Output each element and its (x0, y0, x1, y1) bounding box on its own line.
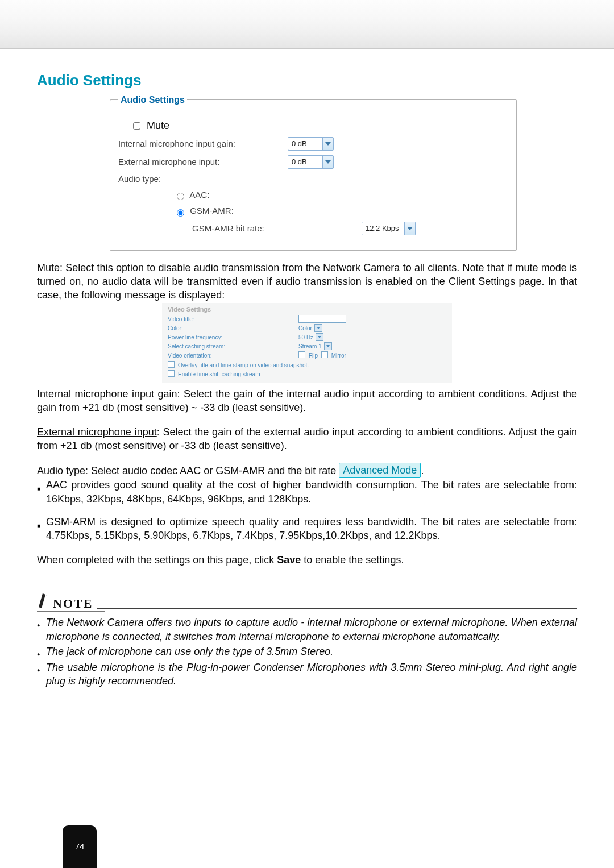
caching-label: Select caching stream: (168, 343, 298, 351)
page-number-tab: 74 (63, 825, 97, 868)
mirror-wrap[interactable]: Mirror (321, 351, 346, 360)
internal-paragraph: Internal microphone input gain: Select t… (37, 387, 577, 415)
internal-mic-select[interactable]: 0 dB (288, 137, 334, 151)
mirror-label: Mirror (331, 352, 346, 359)
audiotype-term: Audio type (37, 465, 85, 476)
external-mic-label: External microphone input: (118, 156, 288, 168)
chevron-down-icon (322, 156, 333, 168)
dot-bullet-icon (37, 645, 46, 659)
note-icon (37, 592, 49, 612)
audiotype-intro: : Select audio codec AAC or GSM-AMR and … (85, 465, 339, 476)
overlay-wrap[interactable]: Overlay title and time stamp on video an… (168, 361, 309, 369)
audio-type-row: Audio type: (118, 173, 508, 185)
freq-value: 50 Hz (298, 334, 314, 342)
header-band (0, 0, 614, 49)
freq-select[interactable]: 50 Hz (298, 333, 323, 341)
advanced-mode-badge: Advanced Mode (339, 463, 421, 478)
aac-bullet: AAC provides good sound quality at the c… (37, 478, 577, 506)
caching-value: Stream 1 (298, 343, 323, 351)
gsmamr-bitrate-value: 12.2 Kbps (362, 223, 404, 234)
mute-label: Mute (147, 120, 169, 131)
overlay-label: Overlay title and time stamp on video an… (178, 362, 309, 368)
gsmamr-row: GSM-AMR: (174, 205, 508, 217)
chevron-down-icon (322, 138, 333, 150)
audio-settings-panel: Audio Settings Mute Internal microphone … (109, 94, 518, 251)
internal-mic-label: Internal microphone input gain: (118, 138, 288, 149)
note-item-text: The Network Camera offers two inputs to … (46, 616, 577, 643)
period: . (421, 465, 424, 476)
video-settings-title: Video Settings (168, 305, 446, 314)
note-item-text: The usable microphone is the Plug-in-pow… (46, 661, 577, 688)
content: Audio Settings Audio Settings Mute Inter… (0, 49, 614, 688)
enable-label: Enable time shift caching stream (178, 371, 260, 377)
chevron-down-icon (314, 324, 322, 332)
mute-label-wrap[interactable]: Mute (131, 119, 169, 132)
enable-checkbox[interactable] (168, 370, 175, 377)
internal-mic-row: Internal microphone input gain: 0 dB (118, 137, 508, 151)
mirror-checkbox[interactable] (321, 351, 328, 358)
save-paragraph: When completed with the settings on this… (37, 553, 577, 567)
flip-label: Flip (309, 352, 318, 359)
codec-list: AAC provides good sound quality at the c… (37, 478, 577, 542)
gsmamr-radio-wrap[interactable]: GSM-AMR: (174, 205, 234, 217)
enable-wrap[interactable]: Enable time shift caching stream (168, 370, 260, 379)
square-bullet-icon (37, 478, 46, 506)
color-value: Color (298, 325, 313, 333)
gsm-bullet-text: GSM-ARM is designed to optimize speech q… (46, 515, 577, 543)
orient-row: Video orientation: Flip Mirror (168, 351, 446, 360)
square-bullet-icon (37, 515, 46, 543)
caching-select[interactable]: Stream 1 (298, 342, 332, 350)
note-item: The usable microphone is the Plug-in-pow… (37, 661, 577, 688)
note-word: NOTE (53, 595, 93, 612)
external-mic-row: External microphone input: 0 dB (118, 155, 508, 169)
gsmamr-label: GSM-AMR: (190, 206, 234, 215)
audio-type-label: Audio type: (118, 173, 288, 185)
freq-row: Power line frequency: 50 Hz (168, 333, 446, 342)
dot-bullet-icon (37, 616, 46, 643)
gsmamr-radio[interactable] (177, 209, 184, 217)
page-number: 74 (75, 841, 85, 852)
note-heading: NOTE (37, 592, 577, 612)
note-item: The jack of microphone can use only the … (37, 645, 577, 659)
save-pre: When completed with the settings on this… (37, 554, 277, 566)
save-word: Save (277, 554, 301, 566)
note-item: The Network Camera offers two inputs to … (37, 616, 577, 643)
external-term: External microphone input (37, 426, 157, 438)
gsmamr-bitrate-select[interactable]: 12.2 Kbps (362, 222, 416, 235)
color-row: Color: Color (168, 323, 446, 333)
aac-radio-wrap[interactable]: AAC: (174, 189, 209, 201)
note-list: The Network Camera offers two inputs to … (37, 616, 577, 688)
overlay-row: Overlay title and time stamp on video an… (168, 360, 446, 370)
chevron-down-icon (404, 222, 415, 235)
caching-row: Select caching stream: Stream 1 (168, 342, 446, 351)
orient-label: Video orientation: (168, 352, 298, 360)
aac-bullet-text: AAC provides good sound quality at the c… (46, 478, 577, 506)
enable-row: Enable time shift caching stream (168, 369, 446, 379)
color-label: Color: (168, 325, 298, 333)
color-select[interactable]: Color (298, 324, 322, 332)
flip-wrap[interactable]: Flip (298, 351, 318, 360)
aac-radio[interactable] (177, 193, 184, 200)
video-settings-snippet: Video Settings Video title: Color: Color… (162, 303, 452, 383)
video-title-row: Video title: (168, 314, 446, 323)
audio-fieldset: Audio Settings Mute Internal microphone … (110, 94, 517, 251)
flip-checkbox[interactable] (298, 351, 305, 358)
external-mic-select[interactable]: 0 dB (288, 155, 334, 169)
aac-label: AAC: (189, 190, 209, 200)
overlay-checkbox[interactable] (168, 361, 175, 368)
internal-mic-value: 0 dB (288, 139, 322, 149)
aac-row: AAC: (174, 189, 508, 201)
external-paragraph: External microphone input: Select the ga… (37, 425, 577, 453)
external-mic-value: 0 dB (288, 157, 322, 167)
video-title-input[interactable] (298, 315, 346, 323)
mute-checkbox[interactable] (133, 122, 140, 130)
chevron-down-icon (324, 342, 332, 350)
internal-term: Internal microphone input gain (37, 388, 177, 400)
save-post: to enable the settings. (301, 554, 404, 566)
mute-paragraph: Mute: Select this option to disable audi… (37, 261, 577, 302)
gsmamr-bitrate-label: GSM-AMR bit rate: (118, 223, 362, 234)
dot-bullet-icon (37, 661, 46, 688)
mute-term: Mute (37, 262, 60, 273)
note-divider (97, 608, 577, 609)
note-item-text: The jack of microphone can use only the … (46, 645, 577, 659)
